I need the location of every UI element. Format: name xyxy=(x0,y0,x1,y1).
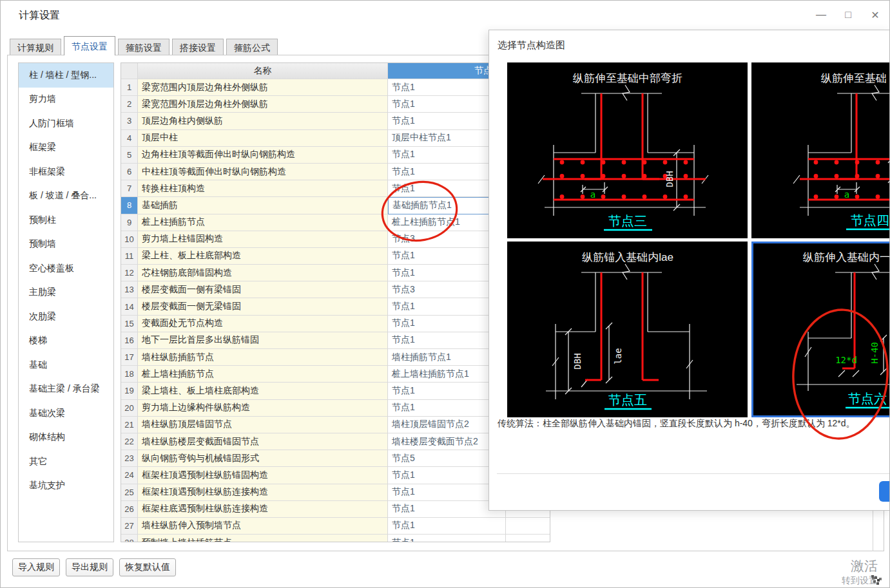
export-rules-button[interactable]: 导出规则 xyxy=(66,558,113,576)
row-number[interactable]: 15 xyxy=(121,316,138,332)
row-number[interactable]: 24 xyxy=(121,467,138,484)
row-name-cell[interactable]: 墙柱纵筋插筋节点 xyxy=(138,349,388,366)
row-name-cell[interactable]: 预制墙上墙柱插筋节点 xyxy=(138,535,388,542)
diagram-node5[interactable]: 纵筋锚入基础内lae DBH lae 节点五 xyxy=(507,242,748,417)
sidebar-item-16[interactable]: 其它 xyxy=(19,450,113,474)
row-number[interactable]: 16 xyxy=(121,332,138,349)
diagram-node6-selected[interactable]: 纵筋伸入基础内一定 12*d H-40 节点六 xyxy=(751,242,890,417)
row-name-cell[interactable]: 墙柱纵筋伸入预制墙节点 xyxy=(138,518,388,535)
row-number[interactable]: 27 xyxy=(121,518,138,535)
row-name-cell[interactable]: 顶层边角柱内侧纵筋 xyxy=(138,113,388,129)
row-name-cell[interactable]: 地下一层比首层多出纵筋锚固 xyxy=(138,332,388,349)
row-name-cell[interactable]: 框架柱顶遇预制柱纵筋连接构造 xyxy=(138,484,388,501)
sidebar-item-8[interactable]: 空心楼盖板 xyxy=(19,256,113,281)
diagram-node3[interactable]: 纵筋伸至基础中部弯折 a DBH 节点三 xyxy=(507,62,748,238)
row-name-cell[interactable]: 框架柱顶遇预制柱纵筋锚固构造 xyxy=(138,467,388,484)
row-name-cell[interactable]: 桩上墙柱插筋节点 xyxy=(138,366,388,383)
row-name-cell[interactable]: 芯柱钢筋底部锚固构造 xyxy=(138,265,388,281)
row-number[interactable]: 10 xyxy=(121,231,138,248)
row-node-value-cell[interactable]: 节点1 xyxy=(388,518,506,535)
row-name-cell[interactable]: 剪力墙上边缘构件纵筋构造 xyxy=(138,400,388,417)
row-number[interactable]: 18 xyxy=(121,366,138,383)
row-number[interactable]: 8 xyxy=(121,197,138,214)
name-column-header: 名称 xyxy=(138,63,388,79)
tab-4[interactable]: 箍筋公式 xyxy=(226,39,278,55)
row-name-cell[interactable]: 顶层中柱 xyxy=(138,130,388,147)
sidebar-item-6[interactable]: 预制柱 xyxy=(19,208,113,232)
row-name-cell[interactable]: 楼层变截面一侧有梁锚固 xyxy=(138,281,388,298)
row-number[interactable]: 6 xyxy=(121,164,138,180)
sidebar-item-5[interactable]: 板 / 坡道 / 叠合... xyxy=(19,184,113,209)
sidebar-item-2[interactable]: 人防门框墙 xyxy=(19,111,113,136)
row-number[interactable]: 7 xyxy=(121,180,138,197)
row-number[interactable]: 20 xyxy=(121,400,138,417)
row-number[interactable]: 21 xyxy=(121,417,138,433)
row-number[interactable]: 26 xyxy=(121,501,138,518)
sidebar-item-3[interactable]: 框架梁 xyxy=(19,136,113,160)
row-name-cell[interactable]: 梁上柱、板上柱底部构造 xyxy=(138,248,388,265)
sidebar-item-7[interactable]: 预制墙 xyxy=(19,232,113,257)
row-number[interactable]: 28 xyxy=(121,535,138,542)
row-number[interactable]: 22 xyxy=(121,433,138,450)
row-name-cell[interactable]: 梁宽范围内顶层边角柱外侧纵筋 xyxy=(138,79,388,96)
row-number[interactable]: 5 xyxy=(121,147,138,164)
row-name-cell[interactable]: 剪力墙上柱锚固构造 xyxy=(138,231,388,248)
sidebar-item-10[interactable]: 次肋梁 xyxy=(19,305,113,329)
row-number[interactable]: 3 xyxy=(121,113,138,129)
table-row: 8基础插筋基础插筋节点1 xyxy=(121,197,550,214)
row-name-cell[interactable]: 基础插筋 xyxy=(138,197,388,214)
confirm-button[interactable] xyxy=(879,481,890,502)
row-name-cell[interactable]: 边角柱柱顶等截面伸出时纵向钢筋构造 xyxy=(138,147,388,164)
tab-2[interactable]: 箍筋设置 xyxy=(118,39,169,55)
table-row: 16地下一层比首层多出纵筋锚固节点1 xyxy=(121,332,550,349)
row-name-cell[interactable]: 变截面处无节点构造 xyxy=(138,316,388,332)
tab-3[interactable]: 搭接设置 xyxy=(172,39,224,55)
row-name-cell[interactable]: 框架柱底遇预制柱纵筋连接构造 xyxy=(138,501,388,518)
row-number[interactable]: 25 xyxy=(121,484,138,501)
sidebar-item-17[interactable]: 基坑支护 xyxy=(19,474,113,498)
tab-1[interactable]: 节点设置 xyxy=(64,36,115,55)
diagram-node4[interactable]: 纵筋伸至基础 a 节点四 xyxy=(751,62,890,238)
maximize-icon[interactable]: □ xyxy=(839,6,857,24)
restore-defaults-button[interactable]: 恢复默认值 xyxy=(119,558,176,576)
row-number[interactable]: 4 xyxy=(121,130,138,147)
row-name-cell[interactable]: 纵向钢筋弯钩与机械锚固形式 xyxy=(138,450,388,467)
row-name-cell[interactable]: 墙柱纵筋顶层锚固节点 xyxy=(138,417,388,433)
diagram-title: 纵筋伸入基础内一定 xyxy=(802,251,890,263)
row-name-cell[interactable]: 梁宽范围外顶层边角柱外侧纵筋 xyxy=(138,96,388,113)
row-number[interactable]: 14 xyxy=(121,298,138,315)
sidebar-item-15[interactable]: 砌体结构 xyxy=(19,426,113,450)
table-row: 11梁上柱、板上柱底部构造节点1 xyxy=(121,248,550,265)
sidebar-item-12[interactable]: 基础 xyxy=(19,353,113,377)
row-name-cell[interactable]: 楼层变截面一侧无梁锚固 xyxy=(138,298,388,315)
algorithm-note: 传统算法：柱全部纵筋伸入基础内锚固，竖直段长度默认为 h-40，弯折长度默认为 … xyxy=(498,418,884,430)
row-number[interactable]: 17 xyxy=(121,349,138,366)
row-name-cell[interactable]: 桩上柱插筋节点 xyxy=(138,214,388,231)
sidebar-item-13[interactable]: 基础主梁 / 承台梁 xyxy=(19,377,113,402)
sidebar-item-11[interactable]: 楼梯 xyxy=(19,329,113,354)
row-number[interactable]: 13 xyxy=(121,281,138,298)
row-filler xyxy=(506,518,550,535)
row-number[interactable]: 23 xyxy=(121,450,138,467)
sidebar-item-14[interactable]: 基础次梁 xyxy=(19,401,113,426)
sidebar-item-9[interactable]: 主肋梁 xyxy=(19,281,113,305)
close-icon[interactable]: ✕ xyxy=(866,6,884,24)
row-name-cell[interactable]: 梁上墙柱、板上墙柱底部构造 xyxy=(138,383,388,399)
sidebar-item-4[interactable]: 非框架梁 xyxy=(19,160,113,184)
sidebar-item-1[interactable]: 剪力墙 xyxy=(19,88,113,112)
row-number[interactable]: 11 xyxy=(121,248,138,265)
tab-bar: 计算规则节点设置箍筋设置搭接设置箍筋公式 xyxy=(10,37,280,55)
row-number[interactable]: 1 xyxy=(121,79,138,96)
minimize-icon[interactable]: — xyxy=(812,6,830,24)
row-name-cell[interactable]: 中柱柱顶等截面伸出时纵向钢筋构造 xyxy=(138,164,388,180)
sidebar-item-0[interactable]: 柱 / 墙柱 / 型钢... xyxy=(19,63,113,88)
tab-0[interactable]: 计算规则 xyxy=(10,39,61,55)
row-node-value-cell[interactable]: 节点1 xyxy=(388,535,506,542)
row-number[interactable]: 12 xyxy=(121,265,138,281)
row-number[interactable]: 9 xyxy=(121,214,138,231)
row-number[interactable]: 2 xyxy=(121,96,138,113)
row-name-cell[interactable]: 转换柱柱顶构造 xyxy=(138,180,388,197)
row-number[interactable]: 19 xyxy=(121,383,138,399)
row-name-cell[interactable]: 墙柱纵筋楼层变截面锚固节点 xyxy=(138,433,388,450)
import-rules-button[interactable]: 导入规则 xyxy=(12,558,60,576)
